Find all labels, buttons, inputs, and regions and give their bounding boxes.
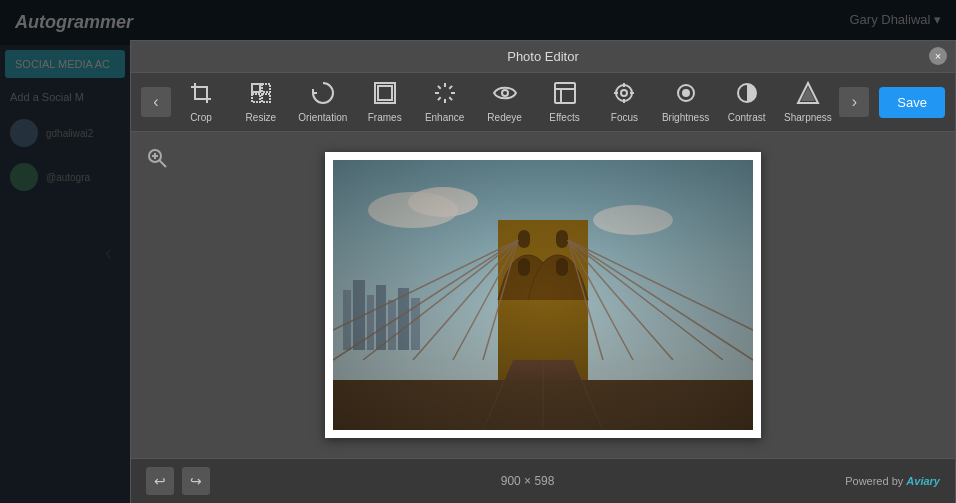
editor-canvas-area — [131, 132, 955, 458]
svg-rect-0 — [252, 84, 260, 92]
resize-tool[interactable]: Resize — [233, 78, 288, 126]
sharpness-icon — [796, 81, 820, 109]
svg-line-11 — [449, 97, 452, 100]
sharpness-label: Sharpness — [784, 112, 832, 123]
contrast-icon — [735, 81, 759, 109]
powered-by-label: Powered by Aviary — [845, 475, 940, 487]
svg-point-14 — [502, 90, 508, 96]
svg-rect-2 — [252, 94, 260, 102]
redeye-label: Redeye — [487, 112, 521, 123]
crop-tool[interactable]: Crop — [173, 78, 228, 126]
enhance-icon — [433, 81, 457, 109]
svg-rect-1 — [262, 84, 270, 92]
enhance-label: Enhance — [425, 112, 464, 123]
svg-point-18 — [616, 85, 632, 101]
effects-icon — [553, 81, 577, 109]
footer-nav-buttons: ↩ ↪ — [146, 467, 210, 495]
svg-line-30 — [160, 161, 167, 168]
toolbar-next-button[interactable]: › — [839, 87, 869, 117]
photo-editor-modal: Photo Editor × ‹ Crop — [130, 40, 956, 503]
brand-label: Aviary — [906, 475, 940, 487]
svg-line-13 — [438, 97, 441, 100]
toolbar-prev-button[interactable]: ‹ — [141, 87, 171, 117]
photo-container — [325, 152, 761, 438]
brightness-label: Brightness — [662, 112, 709, 123]
contrast-label: Contrast — [728, 112, 766, 123]
image-dimensions: 900 × 598 — [501, 474, 555, 488]
zoom-icon[interactable] — [146, 147, 168, 174]
save-button[interactable]: Save — [879, 87, 945, 118]
effects-label: Effects — [549, 112, 579, 123]
orientation-tool[interactable]: Orientation — [293, 78, 352, 126]
contrast-tool[interactable]: Contrast — [719, 78, 774, 126]
sharpness-tool[interactable]: Sharpness — [779, 78, 837, 126]
svg-rect-5 — [378, 86, 392, 100]
focus-label: Focus — [611, 112, 638, 123]
orientation-label: Orientation — [298, 112, 347, 123]
svg-line-10 — [438, 86, 441, 89]
svg-rect-15 — [555, 83, 575, 103]
undo-button[interactable]: ↩ — [146, 467, 174, 495]
toolbar-tools: Crop Resize — [171, 78, 839, 126]
svg-rect-3 — [262, 94, 270, 102]
modal-header: Photo Editor × — [131, 41, 955, 73]
frames-tool[interactable]: Frames — [357, 78, 412, 126]
photo-image — [333, 160, 753, 430]
svg-rect-67 — [333, 160, 753, 430]
orientation-icon — [311, 81, 335, 109]
modal-title: Photo Editor — [507, 49, 579, 64]
frames-label: Frames — [368, 112, 402, 123]
redo-button[interactable]: ↪ — [182, 467, 210, 495]
focus-tool[interactable]: Focus — [597, 78, 652, 126]
redeye-icon — [493, 81, 517, 109]
editor-toolbar: ‹ Crop — [131, 73, 955, 132]
resize-label: Resize — [246, 112, 277, 123]
redeye-tool[interactable]: Redeye — [477, 78, 532, 126]
resize-icon — [249, 81, 273, 109]
focus-icon — [612, 81, 636, 109]
enhance-tool[interactable]: Enhance — [417, 78, 472, 126]
svg-point-25 — [683, 90, 689, 96]
brightness-tool[interactable]: Brightness — [657, 78, 714, 126]
modal-body: ‹ Crop — [131, 73, 955, 497]
crop-icon — [189, 81, 213, 109]
effects-tool[interactable]: Effects — [537, 78, 592, 126]
editor-footer: ↩ ↪ 900 × 598 Powered by Aviary — [131, 458, 955, 503]
svg-point-19 — [621, 90, 627, 96]
crop-label: Crop — [190, 112, 212, 123]
svg-line-12 — [449, 86, 452, 89]
close-button[interactable]: × — [929, 47, 947, 65]
frames-icon — [373, 81, 397, 109]
brightness-icon — [674, 81, 698, 109]
